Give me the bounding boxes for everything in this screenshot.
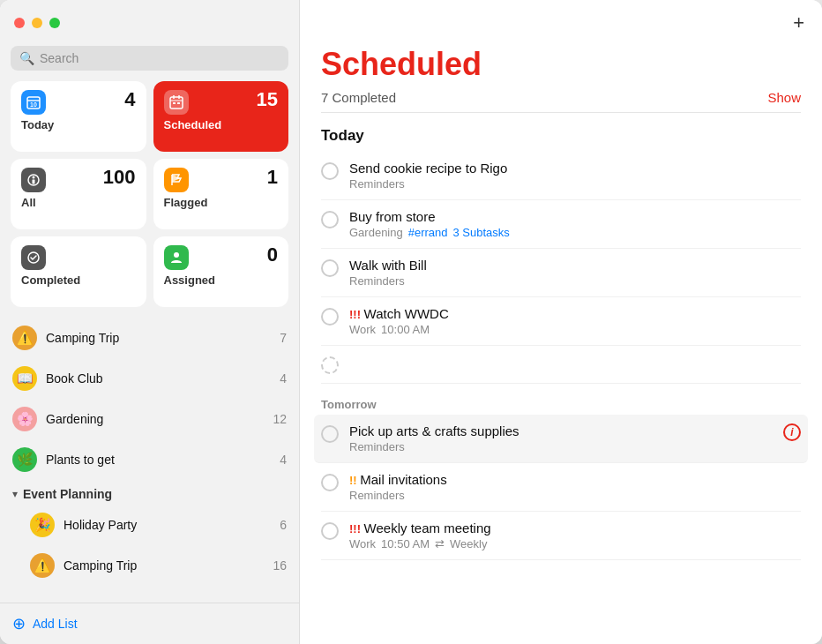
scheduled-label: Scheduled [164,118,279,131]
svg-point-10 [33,176,35,179]
today-icon: 10 [21,90,46,115]
svg-rect-3 [170,97,183,109]
task-list-name: Work [349,323,376,336]
main-panel: + Scheduled 7 Completed Show Today Send … [300,0,822,644]
list-item-camping-trip[interactable]: ⚠️ Camping Trip 7 [4,318,295,358]
info-icon[interactable]: i [783,423,801,441]
close-button[interactable] [14,18,25,28]
book-club-count: 4 [280,371,287,386]
completed-row: 7 Completed Show [321,90,801,113]
task-body: Buy from store Gardening #errand 3 Subta… [349,209,801,239]
task-body: !!! Watch WWDC Work 10:00 AM [349,306,801,336]
task-time: 10:00 AM [381,323,430,336]
plants-to-get-name: Plants to get [46,453,271,467]
maximize-button[interactable] [49,18,60,28]
all-icon [21,168,46,192]
task-body: !!! Weekly team meeting Work 10:50 AM ⇄ … [349,520,801,550]
task-title: Walk with Bill [349,258,801,273]
scheduled-count: 15 [257,90,278,109]
smart-list-assigned[interactable]: 0 Assigned [153,236,289,307]
scheduled-icon [164,90,189,115]
task-circle[interactable] [321,474,339,491]
gardening-count: 12 [273,412,287,426]
task-list-name: Reminders [349,489,405,502]
priority-indicator: !!! [349,522,364,535]
task-list-name: Reminders [349,177,405,191]
camping-trip-icon: ⚠️ [12,326,37,350]
task-circle[interactable] [321,211,339,228]
titlebar [0,0,299,46]
holiday-party-name: Holiday Party [64,518,271,532]
task-tag: #errand [408,226,448,239]
search-icon: 🔍 [19,51,34,65]
assigned-label: Assigned [164,273,279,287]
svg-rect-11 [33,180,35,184]
task-subtitle: Reminders [349,177,801,191]
table-row: Pick up arts & crafts supplies Reminders… [314,415,808,463]
svg-point-13 [174,252,179,258]
priority-indicator: !! [349,474,360,487]
task-title: !! Mail invitations [349,472,801,487]
task-title: !!! Watch WWDC [349,306,801,321]
assigned-icon [164,245,189,270]
section-tomorrow-header: Tomorrow [321,398,801,411]
task-title: !!! Weekly team meeting [349,520,801,535]
gardening-name: Gardening [46,412,264,426]
section-today-header: Today [321,127,801,145]
task-list-name: Reminders [349,274,405,288]
event-planning-group-items: 🎉 Holiday Party 6 ⚠️ Camping Trip 16 [4,505,295,586]
task-subtitle: Work 10:50 AM ⇄ Weekly [349,537,801,550]
task-recurring-label: Weekly [450,537,487,550]
flagged-icon [164,168,189,192]
list-item-holiday-party[interactable]: 🎉 Holiday Party 6 [21,505,295,545]
list-item-camping-trip-2[interactable]: ⚠️ Camping Trip 16 [21,545,295,586]
smart-list-scheduled[interactable]: 15 Scheduled [153,81,289,152]
task-circle[interactable] [321,425,339,443]
svg-rect-8 [177,102,180,104]
custom-lists: ⚠️ Camping Trip 7 📖 Book Club 4 🌸 Garden… [0,318,299,603]
camping-trip-2-name: Camping Trip [64,558,264,573]
smart-list-flagged[interactable]: 1 Flagged [153,159,289,229]
holiday-party-count: 6 [280,518,287,532]
table-row: Buy from store Gardening #errand 3 Subta… [321,200,801,249]
plants-icon: 🌿 [12,447,37,472]
all-count: 100 [103,168,136,187]
today-count: 4 [124,90,135,109]
task-body: Pick up arts & crafts supplies Reminders [349,423,773,453]
smart-list-today[interactable]: 10 4 Today [11,81,146,152]
task-circle[interactable] [321,259,339,277]
all-label: All [21,196,136,209]
gardening-icon: 🌸 [12,407,37,431]
plants-to-get-count: 4 [280,453,287,467]
list-item-plants-to-get[interactable]: 🌿 Plants to get 4 [4,439,295,480]
assigned-count: 0 [267,245,278,265]
show-completed-button[interactable]: Show [767,90,801,105]
smart-list-all[interactable]: 100 All [11,159,146,229]
group-chevron-icon: ▾ [12,488,18,500]
table-row: !!! Watch WWDC Work 10:00 AM [321,297,801,346]
table-row [321,346,801,384]
add-reminder-button[interactable]: + [793,11,804,34]
minimize-button[interactable] [32,18,42,28]
task-circle[interactable] [321,522,339,540]
event-planning-group-header[interactable]: ▾ Event Planning [4,480,295,505]
list-item-gardening[interactable]: 🌸 Gardening 12 [4,399,295,439]
event-planning-group-name: Event Planning [23,487,112,501]
task-circle-empty[interactable] [321,356,339,374]
page-title: Scheduled [321,46,801,83]
search-bar[interactable]: 🔍 Search [11,46,288,71]
flagged-count: 1 [267,168,278,187]
add-list-row[interactable]: ⊕ Add List [0,603,299,644]
list-item-book-club[interactable]: 📖 Book Club 4 [4,358,295,399]
flagged-label: Flagged [164,196,279,209]
add-list-label: Add List [33,617,78,631]
task-title: Send cookie recipe to Rigo [349,161,801,176]
smart-lists-grid: 10 4 Today [0,81,299,318]
task-circle[interactable] [321,162,339,180]
camping-trip-name: Camping Trip [46,331,271,345]
task-circle[interactable] [321,308,339,326]
task-subtitle: Gardening #errand 3 Subtasks [349,226,801,239]
main-toolbar: + [300,0,822,46]
smart-list-completed[interactable]: Completed [11,236,146,307]
task-body: !! Mail invitations Reminders [349,472,801,502]
